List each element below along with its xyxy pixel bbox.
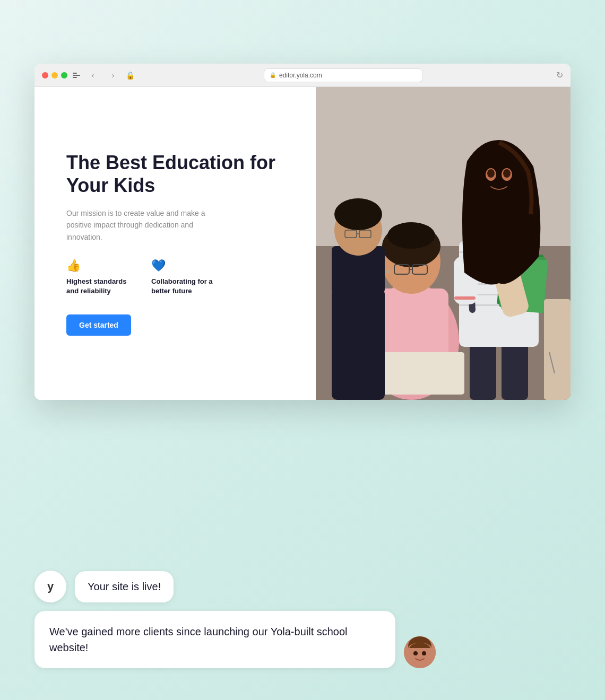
url-bar[interactable]: 🔒 editor.yola.com <box>264 68 423 82</box>
yola-initial: y <box>47 580 54 593</box>
feature-1-label: Highest standards and reliability <box>66 277 135 296</box>
get-started-button[interactable]: Get started <box>66 314 131 336</box>
hero-photo-svg <box>316 87 571 400</box>
lock-icon: 🔒 <box>270 72 276 78</box>
svg-rect-43 <box>544 299 571 400</box>
svg-point-34 <box>487 169 495 178</box>
browser-window: ‹ › 🔒 🔒 editor.yola.com ↻ The Best Educa… <box>34 64 571 400</box>
hero-image <box>316 87 571 400</box>
browser-content: The Best Education for Your Kids Our mis… <box>34 87 571 400</box>
user-avatar <box>404 636 436 668</box>
url-text: editor.yola.com <box>279 72 322 79</box>
testimonial-bubble: We've gained more clients since launchin… <box>34 611 395 668</box>
yola-avatar: y <box>34 571 66 602</box>
svg-point-46 <box>413 651 418 655</box>
svg-rect-36 <box>332 288 385 400</box>
back-button[interactable]: ‹ <box>85 69 100 81</box>
reload-button[interactable]: ↻ <box>556 70 563 80</box>
svg-point-35 <box>503 169 511 178</box>
heart-icon: 💙 <box>151 259 220 273</box>
chat-bubble-left: y Your site is live! <box>34 571 571 602</box>
browser-toolbar: ‹ › 🔒 🔒 editor.yola.com ↻ <box>34 64 571 87</box>
testimonial-text: We've gained more clients since launchin… <box>49 626 348 653</box>
svg-rect-28 <box>454 296 476 300</box>
hero-description: Our mission is to create value and make … <box>66 207 215 243</box>
notification-text: Your site is live! <box>88 581 161 592</box>
feature-1: 👍 Highest standards and reliability <box>66 259 135 296</box>
svg-point-7 <box>387 222 435 249</box>
chat-bubble-right: We've gained more clients since launchin… <box>34 611 571 668</box>
feature-2: 💙 Collaborating for a better future <box>151 259 220 296</box>
sidebar-toggle-icon[interactable] <box>73 73 80 78</box>
features-row: 👍 Highest standards and reliability 💙 Co… <box>66 259 295 296</box>
hero-title: The Best Education for Your Kids <box>66 151 295 197</box>
url-bar-container: 🔒 editor.yola.com <box>140 68 547 82</box>
svg-point-47 <box>422 651 426 655</box>
svg-point-11 <box>386 269 390 274</box>
avatar-svg <box>404 636 436 668</box>
svg-point-39 <box>334 198 382 230</box>
chat-section: y Your site is live! We've gained more c… <box>34 571 571 668</box>
feature-2-label: Collaborating for a better future <box>151 277 220 296</box>
privacy-icon: 🔒 <box>126 71 135 80</box>
hero-left: The Best Education for Your Kids Our mis… <box>34 87 316 400</box>
minimize-button[interactable] <box>51 72 58 78</box>
forward-button[interactable]: › <box>106 69 120 81</box>
close-button[interactable] <box>42 72 48 78</box>
maximize-button[interactable] <box>61 72 67 78</box>
thumbs-up-icon: 👍 <box>66 259 135 273</box>
svg-rect-15 <box>502 342 528 400</box>
svg-rect-14 <box>470 342 496 400</box>
traffic-lights <box>42 72 67 78</box>
notification-bubble: Your site is live! <box>75 571 174 602</box>
